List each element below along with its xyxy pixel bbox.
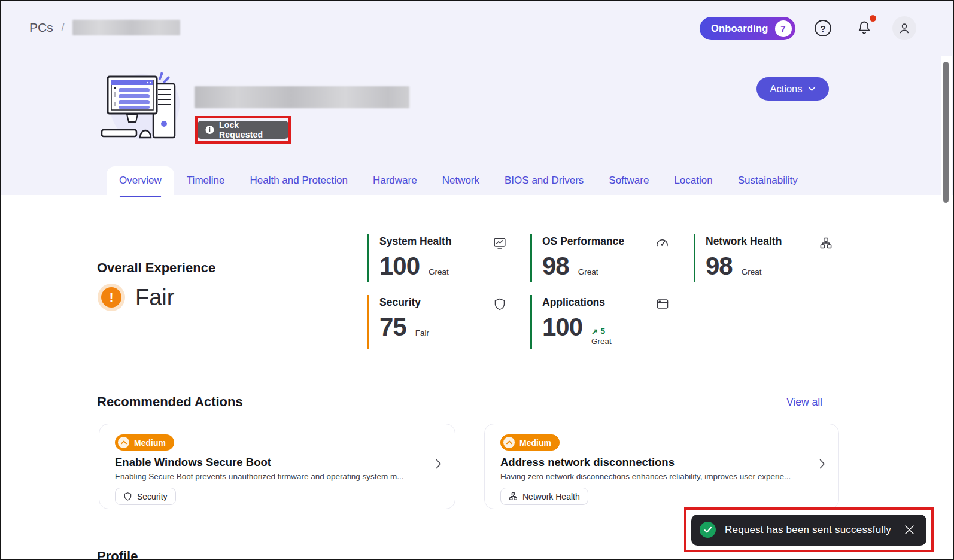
scrollbar-track[interactable] bbox=[941, 56, 952, 560]
metric-value: 75 bbox=[379, 314, 406, 340]
notifications-bell-icon[interactable] bbox=[855, 19, 873, 37]
severity-badge: Medium bbox=[500, 434, 560, 451]
overall-experience-status: ! Fair bbox=[98, 284, 174, 311]
chevron-down-icon bbox=[808, 86, 816, 92]
annotation-box-toast: Request has been sent successfully bbox=[684, 507, 934, 552]
action-card-description: Enabling Secure Boot prevents unauthoriz… bbox=[115, 472, 439, 481]
monitor-chart-icon bbox=[493, 236, 506, 252]
metric-value: 98 bbox=[542, 253, 569, 279]
chevron-right-icon bbox=[436, 459, 442, 471]
lock-requested-status-badge: Lock Requested bbox=[198, 121, 288, 139]
view-all-link[interactable]: View all bbox=[786, 396, 822, 409]
profile-section-title: Profile bbox=[97, 549, 138, 560]
breadcrumb: PCs / bbox=[29, 20, 180, 35]
severity-label: Medium bbox=[134, 438, 166, 448]
help-icon[interactable]: ? bbox=[815, 20, 831, 36]
toast-message: Request has been sent successfully bbox=[725, 524, 894, 536]
breadcrumb-separator: / bbox=[62, 22, 65, 34]
metric-label: Great bbox=[591, 337, 612, 346]
metric-delta-value: 5 bbox=[600, 327, 605, 336]
success-toast: Request has been sent successfully bbox=[691, 515, 926, 546]
close-icon[interactable] bbox=[903, 524, 916, 536]
metric-system-health: System Health 100 Great bbox=[367, 234, 530, 282]
recommended-actions-title: Recommended Actions bbox=[97, 394, 243, 410]
severity-badge: Medium bbox=[115, 434, 174, 451]
network-icon bbox=[819, 236, 833, 252]
network-icon bbox=[509, 492, 518, 501]
metric-label: Fair bbox=[415, 328, 429, 337]
shield-icon bbox=[493, 297, 506, 314]
action-card-title: Enable Windows Secure Boot bbox=[115, 456, 439, 469]
tab-health-and-protection[interactable]: Health and Protection bbox=[237, 166, 360, 195]
redacted-device-name bbox=[195, 86, 409, 108]
action-card-description: Having zero network disconnections enhan… bbox=[500, 472, 823, 481]
metric-delta-stack: ↗ 5 Great bbox=[591, 327, 612, 346]
trend-up-arrow-icon: ↗ bbox=[591, 327, 598, 336]
pc-detail-page: PCs / Onboarding 7 ? bbox=[0, 0, 954, 560]
metric-network-health: Network Health 98 Great bbox=[694, 234, 861, 282]
metric-security: Security 75 Fair bbox=[367, 295, 530, 349]
status-alert-icon: ! bbox=[98, 284, 125, 311]
device-tabs: Overview Timeline Health and Protection … bbox=[107, 166, 810, 195]
tab-network[interactable]: Network bbox=[430, 166, 492, 195]
success-check-icon bbox=[700, 522, 716, 538]
recommended-action-card-network-disconnections[interactable]: Medium Address network disconnections Ha… bbox=[484, 424, 839, 509]
apps-window-icon bbox=[656, 297, 669, 314]
onboarding-button[interactable]: Onboarding 7 bbox=[700, 17, 795, 40]
recommended-action-card-secure-boot[interactable]: Medium Enable Windows Secure Boot Enabli… bbox=[99, 424, 455, 509]
tab-bios-and-drivers[interactable]: BIOS and Drivers bbox=[492, 166, 596, 195]
metric-applications: Applications 100 ↗ 5 Great bbox=[530, 295, 694, 349]
onboarding-label: Onboarding bbox=[711, 23, 768, 34]
tab-location[interactable]: Location bbox=[661, 166, 725, 195]
chevron-right-icon bbox=[819, 459, 825, 471]
action-card-tag: Security bbox=[115, 488, 176, 505]
pc-illustration bbox=[101, 68, 186, 147]
tab-sustainability[interactable]: Sustainability bbox=[725, 166, 810, 195]
action-card-title: Address network disconnections bbox=[500, 456, 823, 469]
metric-name: Applications bbox=[542, 296, 605, 309]
actions-label: Actions bbox=[770, 83, 802, 95]
severity-label: Medium bbox=[519, 438, 551, 448]
metric-name: Security bbox=[379, 296, 421, 309]
metric-label: Great bbox=[742, 267, 762, 276]
metric-name: OS Performance bbox=[542, 235, 624, 248]
metric-name: Network Health bbox=[706, 235, 782, 248]
metric-value: 100 bbox=[379, 253, 420, 279]
shield-icon bbox=[123, 492, 132, 501]
lock-requested-label: Lock Requested bbox=[219, 120, 281, 139]
action-card-tag: Network Health bbox=[500, 488, 588, 505]
tag-label: Security bbox=[137, 492, 168, 501]
tab-hardware[interactable]: Hardware bbox=[360, 166, 430, 195]
tab-overview[interactable]: Overview bbox=[107, 166, 174, 195]
overall-status-value: Fair bbox=[135, 285, 174, 311]
metric-value: 100 bbox=[542, 314, 582, 340]
tab-software[interactable]: Software bbox=[596, 166, 661, 195]
notification-dot bbox=[870, 15, 876, 22]
info-icon bbox=[205, 125, 214, 135]
breadcrumb-pcs-link[interactable]: PCs bbox=[29, 20, 53, 35]
overall-experience-title: Overall Experience bbox=[97, 260, 215, 276]
annotation-box-lock-requested: Lock Requested bbox=[195, 116, 291, 144]
scrollbar-thumb[interactable] bbox=[943, 62, 949, 203]
tag-label: Network Health bbox=[522, 492, 580, 501]
metric-os-performance: OS Performance 98 Great bbox=[530, 234, 694, 282]
tab-timeline[interactable]: Timeline bbox=[174, 166, 238, 195]
severity-medium-icon bbox=[503, 437, 515, 448]
metric-label: Great bbox=[429, 267, 449, 276]
user-avatar[interactable] bbox=[892, 16, 916, 40]
health-metrics-grid: System Health 100 Great OS Performance bbox=[367, 234, 861, 349]
metric-label: Great bbox=[578, 267, 598, 276]
redacted-device-name-breadcrumb bbox=[72, 20, 180, 35]
gauge-icon bbox=[655, 236, 669, 252]
actions-button[interactable]: Actions bbox=[756, 77, 829, 101]
metric-value: 98 bbox=[706, 253, 733, 279]
metric-name: System Health bbox=[379, 235, 452, 248]
severity-medium-icon bbox=[118, 437, 129, 448]
onboarding-count-badge: 7 bbox=[775, 20, 792, 37]
